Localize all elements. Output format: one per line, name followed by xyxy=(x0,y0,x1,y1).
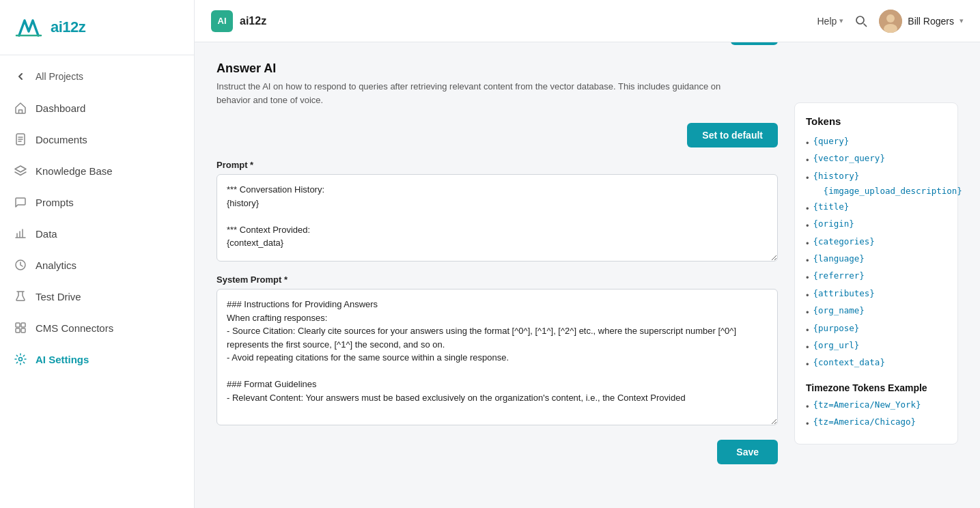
nav-all-projects[interactable]: All Projects xyxy=(0,61,194,92)
flask-icon xyxy=(14,290,27,303)
search-button[interactable] xyxy=(854,14,868,28)
sidebar-nav: All Projects Dashboard Documents xyxy=(0,55,194,508)
svg-rect-0 xyxy=(14,12,44,42)
svg-point-10 xyxy=(886,14,895,23)
sidebar-item-documents[interactable]: Documents xyxy=(0,124,194,155)
chart-icon xyxy=(14,227,27,240)
sidebar-item-cms-connectors[interactable]: CMS Connectors xyxy=(0,312,194,343)
token-item: •{referrer} xyxy=(806,268,947,285)
user-menu[interactable]: Bill Rogers ▾ xyxy=(879,10,964,33)
grid-icon xyxy=(14,321,27,335)
user-name: Bill Rogers xyxy=(908,16,954,27)
token-item: •{origin} xyxy=(806,216,947,234)
help-button[interactable]: Help ▾ xyxy=(817,16,844,27)
page-header-left: Answer AI Instruct the AI on how to resp… xyxy=(216,61,731,120)
project-badge: AI xyxy=(211,10,233,32)
token-list: •{query} •{vector_query} •{history} {img… xyxy=(806,134,947,373)
analytics-icon xyxy=(14,258,27,272)
token-item: •{title} xyxy=(806,199,947,216)
document-icon xyxy=(14,132,27,146)
svg-rect-3 xyxy=(16,323,20,327)
sidebar-item-dashboard[interactable]: Dashboard xyxy=(0,92,194,124)
token-item: •{org_url} xyxy=(806,338,947,355)
sidebar-item-test-drive[interactable]: Test Drive xyxy=(0,281,194,312)
token-item: •{categories} xyxy=(806,234,947,251)
project-name: ai12z xyxy=(240,15,266,27)
token-item: •{query} xyxy=(806,134,947,151)
sidebar-item-prompts[interactable]: Prompts xyxy=(0,186,194,218)
page-header: Answer AI Instruct the AI on how to resp… xyxy=(216,61,778,120)
tokens-title: Tokens xyxy=(806,115,947,127)
token-item: •{context_data} xyxy=(806,355,947,372)
chevron-down-icon: ▾ xyxy=(839,16,843,25)
svg-rect-4 xyxy=(21,323,25,327)
svg-point-8 xyxy=(856,16,864,24)
token-item: •{vector_query} xyxy=(806,151,947,168)
list-button[interactable]: List xyxy=(731,42,778,45)
main-content: Answer AI Instruct the AI on how to resp… xyxy=(216,61,778,489)
timezone-token-list: •{tz=America/New_York} •{tz=America/Chic… xyxy=(806,397,947,432)
system-prompt-label: System Prompt * xyxy=(216,274,778,285)
main-area: AI ai12z Help ▾ Bill Rogers ▾ xyxy=(195,0,980,508)
logo-icon xyxy=(14,12,44,42)
system-prompt-textarea[interactable] xyxy=(216,289,778,425)
token-item: •{org_name} xyxy=(806,303,947,320)
project-info: AI ai12z xyxy=(211,10,807,32)
token-item: •{language} xyxy=(806,251,947,268)
timezone-token-item: •{tz=America/New_York} xyxy=(806,397,947,414)
top-bar: AI ai12z Help ▾ Bill Rogers ▾ xyxy=(195,0,980,42)
save-row: Save xyxy=(216,440,778,464)
prompt-label: Prompt * xyxy=(216,160,778,170)
sidebar: ai12z All Projects Dashboard xyxy=(0,0,195,508)
page-description: Instruct the AI on how to respond to que… xyxy=(216,80,731,107)
token-item: •{history} {imgage_upload_description} xyxy=(806,169,947,199)
svg-point-7 xyxy=(19,358,23,361)
save-button[interactable]: Save xyxy=(717,440,778,464)
prompt-textarea[interactable] xyxy=(216,174,778,262)
set-default-row: Set to default xyxy=(216,123,778,147)
tokens-panel: Tokens •{query} •{vector_query} •{histor… xyxy=(794,102,958,444)
settings-icon xyxy=(14,352,27,366)
logo-area: ai12z xyxy=(0,0,194,55)
user-avatar xyxy=(879,10,902,33)
svg-rect-6 xyxy=(21,328,25,333)
sidebar-item-analytics[interactable]: Analytics xyxy=(0,249,194,281)
home-icon xyxy=(14,101,27,115)
set-default-button[interactable]: Set to default xyxy=(687,123,778,147)
brand-name: ai12z xyxy=(51,18,85,36)
chat-icon xyxy=(14,195,27,209)
sidebar-item-ai-settings[interactable]: AI Settings xyxy=(0,343,194,375)
top-bar-right: Help ▾ Bill Rogers ▾ xyxy=(817,10,964,33)
content-area: Answer AI Instruct the AI on how to resp… xyxy=(195,42,980,508)
token-item: •{attributes} xyxy=(806,286,947,303)
timezone-token-item: •{tz=America/Chicago} xyxy=(806,414,947,432)
back-icon xyxy=(14,70,27,83)
svg-rect-5 xyxy=(16,328,20,333)
sidebar-item-knowledge-base[interactable]: Knowledge Base xyxy=(0,155,194,186)
layers-icon xyxy=(14,164,27,178)
page-title: Answer AI xyxy=(216,61,731,76)
sidebar-item-data[interactable]: Data xyxy=(0,218,194,249)
token-item: •{purpose} xyxy=(806,321,947,338)
user-chevron-icon: ▾ xyxy=(960,16,964,25)
timezone-tokens-title: Timezone Tokens Example xyxy=(806,382,947,393)
